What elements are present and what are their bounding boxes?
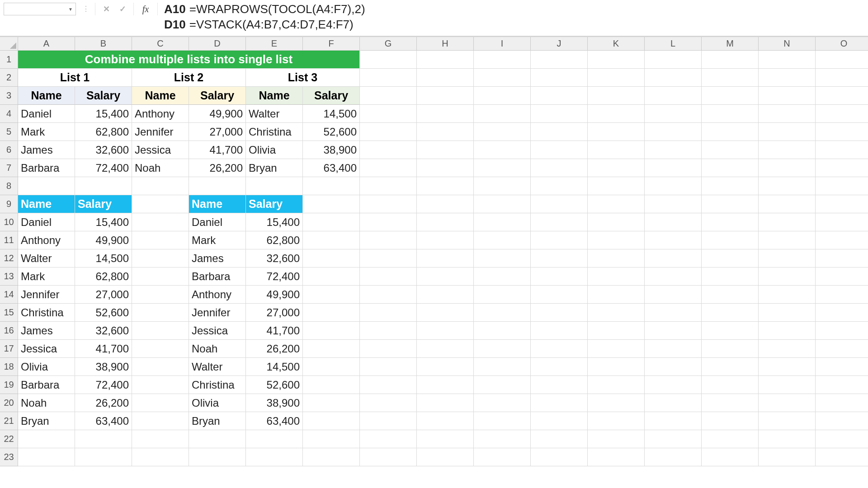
- cell-C6[interactable]: Jessica: [132, 141, 189, 159]
- list-label-3[interactable]: List 3: [246, 69, 360, 87]
- cell-K19[interactable]: [588, 376, 645, 394]
- cell-G23[interactable]: [360, 448, 417, 466]
- list-label-1[interactable]: List 1: [18, 69, 132, 87]
- cell-A14[interactable]: Jennifer: [18, 286, 75, 304]
- cell-L19[interactable]: [645, 376, 702, 394]
- row-header-4[interactable]: 4: [0, 105, 18, 123]
- cell-B11[interactable]: 49,900: [75, 231, 132, 249]
- cell-J3[interactable]: [531, 87, 588, 105]
- cell-J4[interactable]: [531, 105, 588, 123]
- cell-J15[interactable]: [531, 304, 588, 322]
- cell-O14[interactable]: [816, 286, 868, 304]
- cell-M13[interactable]: [702, 267, 759, 286]
- cell-F8[interactable]: [303, 177, 360, 195]
- cell-M12[interactable]: [702, 249, 759, 267]
- cell-G3[interactable]: [360, 87, 417, 105]
- cell-L17[interactable]: [645, 340, 702, 358]
- cell-J18[interactable]: [531, 358, 588, 376]
- cell-D20[interactable]: Olivia: [189, 394, 246, 412]
- cell-F9[interactable]: [303, 195, 360, 213]
- cell-O20[interactable]: [816, 394, 868, 412]
- cell-N3[interactable]: [759, 87, 816, 105]
- cell-N4[interactable]: [759, 105, 816, 123]
- cell-L20[interactable]: [645, 394, 702, 412]
- cell-L3[interactable]: [645, 87, 702, 105]
- column-header-K[interactable]: K: [588, 37, 645, 51]
- cell-J8[interactable]: [531, 177, 588, 195]
- cell-G19[interactable]: [360, 376, 417, 394]
- cell-M7[interactable]: [702, 159, 759, 177]
- cell-B20[interactable]: 26,200: [75, 394, 132, 412]
- row-header-14[interactable]: 14: [0, 286, 18, 304]
- cell-K11[interactable]: [588, 231, 645, 249]
- cell-E19[interactable]: 52,600: [246, 376, 303, 394]
- cell-N16[interactable]: [759, 322, 816, 340]
- cell-G8[interactable]: [360, 177, 417, 195]
- cell-F13[interactable]: [303, 267, 360, 286]
- cell-M3[interactable]: [702, 87, 759, 105]
- cell-G10[interactable]: [360, 213, 417, 231]
- cell-A10[interactable]: Daniel: [18, 213, 75, 231]
- cell-L22[interactable]: [645, 430, 702, 448]
- cell-C14[interactable]: [132, 286, 189, 304]
- cell-M20[interactable]: [702, 394, 759, 412]
- cell-H4[interactable]: [417, 105, 474, 123]
- column-header-A[interactable]: A: [18, 37, 75, 51]
- cell-B5[interactable]: 62,800: [75, 123, 132, 141]
- cell-D21[interactable]: Bryan: [189, 412, 246, 430]
- cell-H6[interactable]: [417, 141, 474, 159]
- fx-icon[interactable]: fx: [137, 0, 155, 18]
- cell-J19[interactable]: [531, 376, 588, 394]
- cell-H9[interactable]: [417, 195, 474, 213]
- row-header-19[interactable]: 19: [0, 376, 18, 394]
- cell-L7[interactable]: [645, 159, 702, 177]
- cell-A11[interactable]: Anthony: [18, 231, 75, 249]
- cell-C4[interactable]: Anthony: [132, 105, 189, 123]
- cell-A12[interactable]: Walter: [18, 249, 75, 267]
- cell-H23[interactable]: [417, 448, 474, 466]
- cell-O23[interactable]: [816, 448, 868, 466]
- column-header-J[interactable]: J: [531, 37, 588, 51]
- cell-D17[interactable]: Noah: [189, 340, 246, 358]
- row-header-17[interactable]: 17: [0, 340, 18, 358]
- row-header-16[interactable]: 16: [0, 322, 18, 340]
- cell-F21[interactable]: [303, 412, 360, 430]
- cell-D15[interactable]: Jennifer: [189, 304, 246, 322]
- row-header-2[interactable]: 2: [0, 69, 18, 87]
- cell-L12[interactable]: [645, 249, 702, 267]
- cell-K2[interactable]: [588, 69, 645, 87]
- row-header-1[interactable]: 1: [0, 51, 18, 69]
- row-header-21[interactable]: 21: [0, 412, 18, 430]
- cell-H16[interactable]: [417, 322, 474, 340]
- cell-I13[interactable]: [474, 267, 531, 286]
- cell-C11[interactable]: [132, 231, 189, 249]
- cell-K13[interactable]: [588, 267, 645, 286]
- cell-B8[interactable]: [75, 177, 132, 195]
- cell-F4[interactable]: 14,500: [303, 105, 360, 123]
- cell-E15[interactable]: 27,000: [246, 304, 303, 322]
- row-header-6[interactable]: 6: [0, 141, 18, 159]
- cell-K15[interactable]: [588, 304, 645, 322]
- cell-F6[interactable]: 38,900: [303, 141, 360, 159]
- cell-H21[interactable]: [417, 412, 474, 430]
- cell-A8[interactable]: [18, 177, 75, 195]
- cell-D18[interactable]: Walter: [189, 358, 246, 376]
- cell-B9[interactable]: Salary: [75, 195, 132, 213]
- cell-E11[interactable]: 62,800: [246, 231, 303, 249]
- cell-L1[interactable]: [645, 51, 702, 69]
- cell-I1[interactable]: [474, 51, 531, 69]
- cell-M11[interactable]: [702, 231, 759, 249]
- cell-H5[interactable]: [417, 123, 474, 141]
- cell-F5[interactable]: 52,600: [303, 123, 360, 141]
- list-label-2[interactable]: List 2: [132, 69, 246, 87]
- cell-B21[interactable]: 63,400: [75, 412, 132, 430]
- cell-A7[interactable]: Barbara: [18, 159, 75, 177]
- cell-O6[interactable]: [816, 141, 868, 159]
- cell-A21[interactable]: Bryan: [18, 412, 75, 430]
- cell-J11[interactable]: [531, 231, 588, 249]
- cell-L15[interactable]: [645, 304, 702, 322]
- cell-O19[interactable]: [816, 376, 868, 394]
- cell-K14[interactable]: [588, 286, 645, 304]
- cell-G11[interactable]: [360, 231, 417, 249]
- cell-H8[interactable]: [417, 177, 474, 195]
